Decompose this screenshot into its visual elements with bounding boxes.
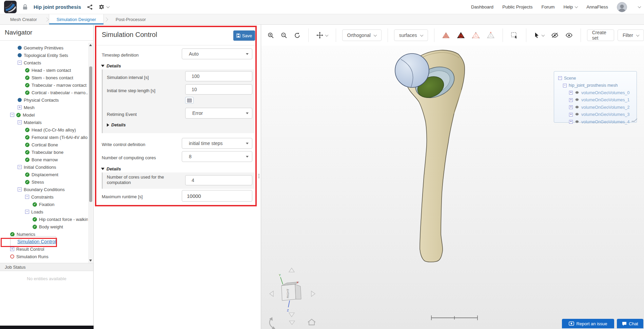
orbit-control[interactable] <box>269 317 275 329</box>
simulation-interval-input[interactable] <box>185 71 252 81</box>
nav-username[interactable]: AnnaFless <box>586 4 608 9</box>
tree-item[interactable]: ✓Bone marrow <box>0 156 88 163</box>
filter-dropdown[interactable]: Filter <box>618 29 644 41</box>
viewport-canvas[interactable]: RIGHT Y x Z <box>261 46 644 329</box>
zoom-out-button[interactable] <box>279 30 289 41</box>
tree-item[interactable]: Geometry Primitives <box>0 44 88 52</box>
collapse-icon[interactable]: − <box>10 113 14 117</box>
expand-icon[interactable]: + <box>569 98 573 102</box>
render-mode-dropdown[interactable]: surfaces <box>394 29 428 41</box>
user-avatar[interactable] <box>617 2 627 12</box>
collapse-icon[interactable]: − <box>25 195 29 199</box>
tab-simulation-designer[interactable]: Simulation Designer <box>49 14 104 24</box>
retiming-event-select[interactable]: Error <box>185 108 252 119</box>
mesh-view-solid-button[interactable] <box>440 30 452 41</box>
collapse-icon[interactable]: − <box>563 84 567 87</box>
tree-item[interactable]: ✓Head - stem contact <box>0 66 88 74</box>
hide-selection-button[interactable] <box>549 30 560 40</box>
share-button[interactable] <box>87 4 93 10</box>
tree-item[interactable]: ✓Femoral stem (Ti-6Al-4V allo... <box>0 133 88 141</box>
zoom-in-button[interactable] <box>266 30 276 41</box>
tree-item[interactable]: ✓Stem - bones contact <box>0 74 88 81</box>
chat-button[interactable]: Chat <box>617 319 643 328</box>
tree-item[interactable]: ✓Fixation <box>0 201 88 208</box>
collapse-icon[interactable]: − <box>18 61 22 65</box>
eye-icon[interactable] <box>575 120 579 124</box>
tree-item[interactable]: −Boundary Conditions <box>0 186 88 193</box>
scene-tree-panel[interactable]: −Scene−hip_joint_prosthesis mesh+volumeO… <box>554 71 637 123</box>
box-select-button[interactable] <box>509 30 520 41</box>
job-status-header[interactable]: Job Status <box>0 263 93 271</box>
tree-item[interactable]: ✓Cortical Bone <box>0 141 88 148</box>
home-view-button[interactable] <box>308 319 315 325</box>
simscale-logo-icon[interactable] <box>4 1 17 13</box>
scene-tree-item[interactable]: +volumeOnGeoVolumes_2 <box>558 104 637 111</box>
mesh-view-wireframe-button[interactable] <box>470 30 482 41</box>
scene-tree-item[interactable]: +volumeOnGeoVolumes_1 <box>558 97 637 104</box>
panel-resize-handle[interactable] <box>258 174 259 175</box>
select-tool-button[interactable] <box>532 30 546 40</box>
reset-view-button[interactable] <box>292 30 302 41</box>
scene-tree-item[interactable]: +volumeOnGeoVolumes_4 <box>558 118 637 126</box>
eye-icon[interactable] <box>575 105 579 110</box>
write-control-select[interactable]: initial time steps <box>182 138 252 149</box>
tree-item[interactable]: −Materials <box>0 119 88 126</box>
expand-icon[interactable]: + <box>569 120 573 124</box>
tree-item[interactable]: ✓Simulation Control <box>0 238 88 245</box>
tree-item[interactable]: −Initial Conditions <box>0 163 88 171</box>
tree-item[interactable]: −Contacts <box>0 59 88 66</box>
scrollbar-thumb[interactable] <box>89 66 92 202</box>
cores-used-input[interactable] <box>185 175 252 185</box>
show-all-button[interactable] <box>564 30 574 40</box>
timestep-definition-select[interactable]: Auto <box>182 48 252 59</box>
tree-item[interactable]: Topological Entity Sets <box>0 52 88 59</box>
expand-icon[interactable]: + <box>10 247 14 251</box>
collapse-icon[interactable]: − <box>25 210 29 214</box>
tree-item[interactable]: ✓Displacement <box>0 171 88 178</box>
scene-tree-item[interactable]: −Scene <box>558 75 637 82</box>
max-runtime-input[interactable] <box>182 190 252 202</box>
table-input-button[interactable] <box>185 97 194 104</box>
report-issue-button[interactable]: Report an issue <box>562 319 614 328</box>
tree-item[interactable]: −Loads <box>0 208 88 215</box>
tab-post-processor[interactable]: Post-Processor <box>108 14 153 24</box>
pan-button[interactable] <box>315 30 330 41</box>
project-settings-button[interactable] <box>99 4 109 10</box>
tree-item[interactable]: −Constraints <box>0 193 88 201</box>
initial-step-input[interactable] <box>185 84 252 95</box>
save-button[interactable]: Save <box>233 30 255 41</box>
nav-help[interactable]: Help <box>563 4 578 9</box>
tree-item[interactable]: ✓Cortical - trabecular - marro... <box>0 89 88 96</box>
expand-icon[interactable]: + <box>569 105 573 109</box>
collapse-icon[interactable]: − <box>18 165 22 169</box>
tree-item[interactable]: +Mesh <box>0 104 88 111</box>
scroll-down-icon[interactable] <box>89 260 92 262</box>
tree-item[interactable]: Physical Contacts <box>0 96 88 104</box>
collapse-icon[interactable]: − <box>558 76 562 80</box>
nav-public-projects[interactable]: Public Projects <box>502 4 532 9</box>
tree-item[interactable]: ✓Trabecular - marrow contact <box>0 81 88 89</box>
eye-icon[interactable] <box>575 90 579 95</box>
create-set-button[interactable]: Create set <box>587 29 614 41</box>
eye-icon[interactable] <box>575 98 579 102</box>
tree-item[interactable]: ✓Body weight <box>0 223 88 230</box>
scene-tree-item[interactable]: +volumeOnGeoVolumes_0 <box>558 89 637 97</box>
scene-tree-item[interactable]: −hip_joint_prosthesis mesh <box>558 82 637 89</box>
eye-icon[interactable] <box>575 112 579 117</box>
tree-item[interactable]: ✓Stress <box>0 178 88 186</box>
scroll-up-icon[interactable] <box>89 44 92 46</box>
mesh-view-points-button[interactable] <box>485 30 496 41</box>
collapse-icon[interactable]: − <box>18 120 22 124</box>
tab-mesh-creator[interactable]: Mesh Creator <box>3 14 44 24</box>
nav-dashboard[interactable]: Dashboard <box>471 4 493 9</box>
navigator-scrollbar[interactable] <box>88 43 93 263</box>
tree-item[interactable]: Simulation Runs <box>0 253 88 260</box>
view-cube[interactable]: RIGHT Y x Z <box>279 273 301 312</box>
projection-dropdown[interactable]: Orthogonal <box>342 29 382 41</box>
user-menu-caret-icon[interactable] <box>638 5 641 8</box>
tree-item[interactable]: ✓Hip contact force - walking <box>0 215 88 223</box>
details-toggle-closed[interactable]: Details <box>107 122 126 127</box>
tree-item[interactable]: ✓Trabecular bone <box>0 148 88 156</box>
tree-item[interactable]: ✓Head (Co-Cr-Mo alloy) <box>0 126 88 133</box>
tree-item[interactable]: −✓Model <box>0 111 88 119</box>
